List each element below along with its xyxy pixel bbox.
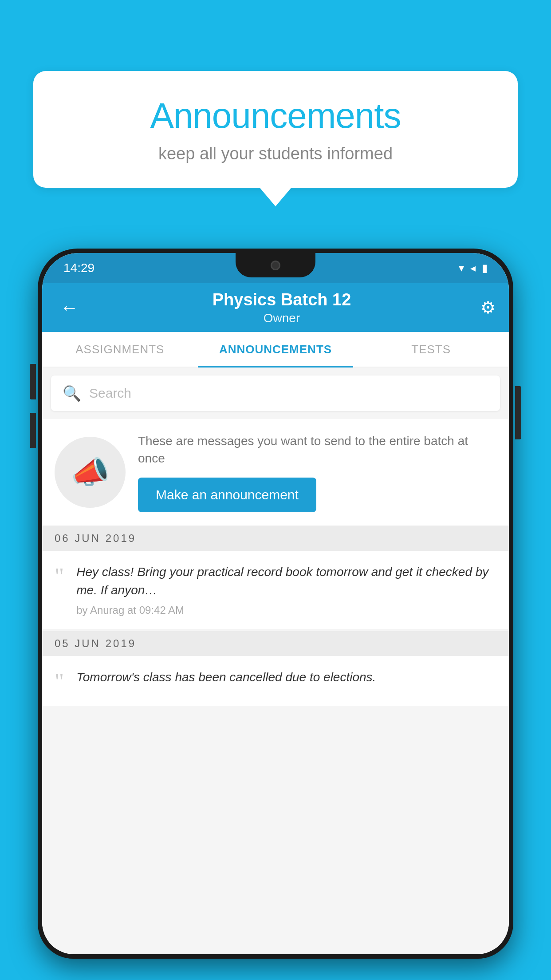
toolbar: ← Physics Batch 12 Owner ⚙ — [42, 283, 509, 332]
phone-screen: 14:29 ▾ ◂ ▮ ← Physics Batch 12 Owner ⚙ — [42, 253, 509, 954]
announcement-body-1: Hey class! Bring your practical record b… — [76, 563, 496, 616]
tab-announcements[interactable]: ANNOUNCEMENTS — [198, 332, 354, 367]
power-button[interactable] — [515, 386, 521, 439]
tab-tests[interactable]: TESTS — [353, 332, 509, 367]
quote-icon-2: " — [55, 670, 64, 693]
battery-icon: ▮ — [482, 262, 488, 274]
megaphone-icon: 📣 — [71, 454, 110, 490]
announcement-item-1[interactable]: " Hey class! Bring your practical record… — [42, 551, 509, 629]
signal-icon: ◂ — [470, 262, 476, 274]
toolbar-title-block: Physics Batch 12 Owner — [83, 290, 480, 325]
tab-bar: ASSIGNMENTS ANNOUNCEMENTS TESTS — [42, 332, 509, 368]
date-separator-1: 06 JUN 2019 — [42, 526, 509, 551]
quote-icon-1: " — [55, 565, 64, 588]
content-area: 🔍 Search 📣 These are messages you want t… — [42, 368, 509, 954]
speech-bubble: Announcements keep all your students inf… — [33, 71, 518, 188]
promo-card: 📣 These are messages you want to send to… — [42, 419, 509, 526]
bubble-title: Announcements — [60, 95, 491, 136]
make-announcement-button[interactable]: Make an announcement — [138, 478, 316, 512]
notch — [236, 253, 315, 277]
tab-assignments[interactable]: ASSIGNMENTS — [42, 332, 198, 367]
wifi-icon: ▾ — [459, 262, 464, 274]
announcement-meta-1: by Anurag at 09:42 AM — [76, 604, 496, 616]
status-bar: 14:29 ▾ ◂ ▮ — [42, 253, 509, 283]
promo-description: These are messages you want to send to t… — [138, 432, 496, 467]
announcement-body-2: Tomorrow's class has been cancelled due … — [76, 668, 496, 691]
settings-icon[interactable]: ⚙ — [480, 298, 496, 317]
search-icon: 🔍 — [63, 384, 81, 402]
announcement-text-2: Tomorrow's class has been cancelled due … — [76, 668, 496, 687]
volume-up-button[interactable] — [30, 364, 36, 399]
phone-outer: 14:29 ▾ ◂ ▮ ← Physics Batch 12 Owner ⚙ — [38, 249, 513, 959]
toolbar-subtitle: Owner — [83, 311, 480, 325]
volume-down-button[interactable] — [30, 413, 36, 448]
promo-right: These are messages you want to send to t… — [138, 432, 496, 512]
phone-container: 14:29 ▾ ◂ ▮ ← Physics Batch 12 Owner ⚙ — [38, 249, 513, 980]
back-button[interactable]: ← — [55, 292, 83, 323]
search-bar[interactable]: 🔍 Search — [51, 375, 500, 411]
date-separator-2: 05 JUN 2019 — [42, 631, 509, 656]
search-placeholder: Search — [89, 386, 131, 401]
status-time: 14:29 — [63, 261, 94, 275]
promo-icon-circle: 📣 — [55, 437, 126, 508]
speech-bubble-section: Announcements keep all your students inf… — [33, 71, 518, 188]
toolbar-title: Physics Batch 12 — [83, 290, 480, 309]
bubble-subtitle: keep all your students informed — [60, 144, 491, 163]
status-icons: ▾ ◂ ▮ — [459, 262, 488, 274]
announcement-item-2[interactable]: " Tomorrow's class has been cancelled du… — [42, 656, 509, 706]
camera — [271, 261, 280, 270]
announcement-text-1: Hey class! Bring your practical record b… — [76, 563, 496, 599]
